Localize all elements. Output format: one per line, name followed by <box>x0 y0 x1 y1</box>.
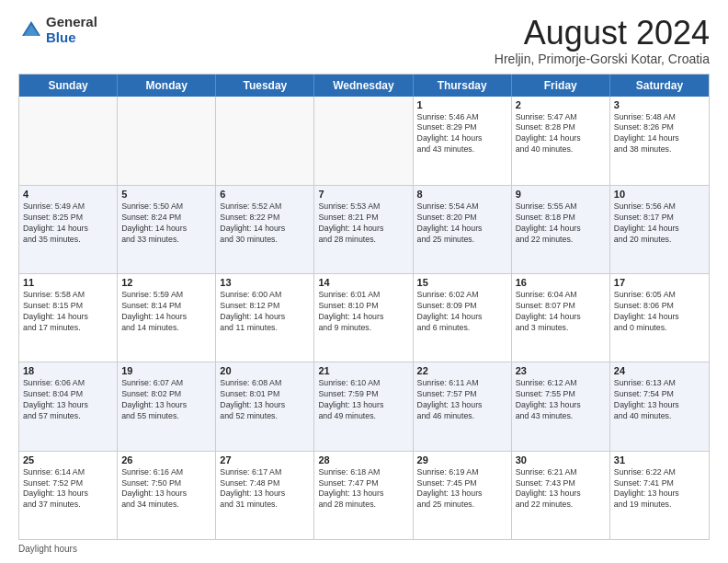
calendar-cell: 13Sunrise: 6:00 AM Sunset: 8:12 PM Dayli… <box>216 274 314 362</box>
calendar-cell: 18Sunrise: 6:06 AM Sunset: 8:04 PM Dayli… <box>19 362 118 450</box>
cell-info: Sunrise: 5:52 AM Sunset: 8:22 PM Dayligh… <box>220 201 310 246</box>
day-number: 2 <box>516 99 606 110</box>
cell-info: Sunrise: 5:47 AM Sunset: 8:28 PM Dayligh… <box>516 112 606 156</box>
day-number: 10 <box>614 189 705 200</box>
calendar-cell <box>314 97 413 185</box>
calendar-cell: 9Sunrise: 5:55 AM Sunset: 8:18 PM Daylig… <box>512 186 610 273</box>
cell-info: Sunrise: 6:01 AM Sunset: 8:10 PM Dayligh… <box>318 290 408 334</box>
calendar-cell: 30Sunrise: 6:21 AM Sunset: 7:43 PM Dayli… <box>512 452 610 539</box>
day-number: 4 <box>23 189 113 200</box>
calendar-row: 18Sunrise: 6:06 AM Sunset: 8:04 PM Dayli… <box>19 362 709 450</box>
main-title: August 2024 <box>495 15 710 52</box>
subtitle: Hreljin, Primorje-Gorski Kotar, Croatia <box>495 52 710 66</box>
day-number: 27 <box>220 454 310 465</box>
day-number: 30 <box>516 454 606 465</box>
cell-info: Sunrise: 6:11 AM Sunset: 7:57 PM Dayligh… <box>417 378 507 422</box>
day-number: 18 <box>23 365 113 376</box>
page: General Blue August 2024 Hreljin, Primor… <box>0 0 728 563</box>
cell-info: Sunrise: 5:53 AM Sunset: 8:21 PM Dayligh… <box>318 201 408 246</box>
day-number: 24 <box>614 365 705 376</box>
cell-info: Sunrise: 6:13 AM Sunset: 7:54 PM Dayligh… <box>614 378 705 422</box>
day-number: 3 <box>614 99 705 110</box>
cell-info: Sunrise: 5:49 AM Sunset: 8:25 PM Dayligh… <box>23 201 113 246</box>
calendar-cell: 11Sunrise: 5:58 AM Sunset: 8:15 PM Dayli… <box>19 274 118 362</box>
calendar-cell: 10Sunrise: 5:56 AM Sunset: 8:17 PM Dayli… <box>610 186 709 273</box>
title-block: August 2024 Hreljin, Primorje-Gorski Kot… <box>495 15 710 66</box>
calendar-cell: 21Sunrise: 6:10 AM Sunset: 7:59 PM Dayli… <box>314 362 413 450</box>
day-number: 5 <box>121 189 211 200</box>
cell-info: Sunrise: 6:22 AM Sunset: 7:41 PM Dayligh… <box>614 467 705 511</box>
day-number: 16 <box>516 277 606 288</box>
calendar-cell: 5Sunrise: 5:50 AM Sunset: 8:24 PM Daylig… <box>118 186 216 273</box>
calendar-cell: 24Sunrise: 6:13 AM Sunset: 7:54 PM Dayli… <box>610 362 709 450</box>
day-number: 9 <box>516 189 606 200</box>
day-number: 14 <box>318 277 408 288</box>
day-number: 28 <box>318 454 408 465</box>
calendar-cell: 28Sunrise: 6:18 AM Sunset: 7:47 PM Dayli… <box>314 452 413 539</box>
calendar: SundayMondayTuesdayWednesdayThursdayFrid… <box>18 74 710 540</box>
calendar-row: 11Sunrise: 5:58 AM Sunset: 8:15 PM Dayli… <box>19 273 709 362</box>
weekday-header: Tuesday <box>216 75 314 97</box>
day-number: 15 <box>417 277 507 288</box>
day-number: 21 <box>318 365 408 376</box>
cell-info: Sunrise: 5:59 AM Sunset: 8:14 PM Dayligh… <box>121 290 211 334</box>
calendar-cell: 16Sunrise: 6:04 AM Sunset: 8:07 PM Dayli… <box>512 274 610 362</box>
day-number: 20 <box>220 365 310 376</box>
calendar-cell <box>216 97 314 185</box>
cell-info: Sunrise: 6:19 AM Sunset: 7:45 PM Dayligh… <box>417 467 507 511</box>
weekday-header: Wednesday <box>314 75 413 97</box>
calendar-cell <box>118 97 216 185</box>
weekday-header: Saturday <box>610 75 709 97</box>
calendar-cell: 27Sunrise: 6:17 AM Sunset: 7:48 PM Dayli… <box>216 452 314 539</box>
cell-info: Sunrise: 5:50 AM Sunset: 8:24 PM Dayligh… <box>121 201 211 246</box>
day-number: 11 <box>23 277 113 288</box>
calendar-header: SundayMondayTuesdayWednesdayThursdayFrid… <box>19 75 709 97</box>
calendar-cell: 31Sunrise: 6:22 AM Sunset: 7:41 PM Dayli… <box>610 452 709 539</box>
cell-info: Sunrise: 6:14 AM Sunset: 7:52 PM Dayligh… <box>23 467 113 511</box>
footer-note: Daylight hours <box>18 544 710 554</box>
calendar-cell: 7Sunrise: 5:53 AM Sunset: 8:21 PM Daylig… <box>314 186 413 273</box>
cell-info: Sunrise: 6:04 AM Sunset: 8:07 PM Dayligh… <box>516 290 606 334</box>
day-number: 12 <box>121 277 211 288</box>
calendar-cell: 25Sunrise: 6:14 AM Sunset: 7:52 PM Dayli… <box>19 452 118 539</box>
weekday-header: Thursday <box>414 75 512 97</box>
calendar-cell: 26Sunrise: 6:16 AM Sunset: 7:50 PM Dayli… <box>118 452 216 539</box>
weekday-header: Monday <box>118 75 216 97</box>
calendar-cell: 29Sunrise: 6:19 AM Sunset: 7:45 PM Dayli… <box>414 452 512 539</box>
day-number: 6 <box>220 189 310 200</box>
calendar-cell: 15Sunrise: 6:02 AM Sunset: 8:09 PM Dayli… <box>414 274 512 362</box>
calendar-row: 25Sunrise: 6:14 AM Sunset: 7:52 PM Dayli… <box>19 451 709 539</box>
cell-info: Sunrise: 5:58 AM Sunset: 8:15 PM Dayligh… <box>23 290 113 334</box>
calendar-cell: 6Sunrise: 5:52 AM Sunset: 8:22 PM Daylig… <box>216 186 314 273</box>
header: General Blue August 2024 Hreljin, Primor… <box>18 15 710 66</box>
logo-icon <box>18 17 44 43</box>
calendar-cell: 3Sunrise: 5:48 AM Sunset: 8:26 PM Daylig… <box>610 97 709 185</box>
day-number: 22 <box>417 365 507 376</box>
calendar-cell: 23Sunrise: 6:12 AM Sunset: 7:55 PM Dayli… <box>512 362 610 450</box>
cell-info: Sunrise: 6:02 AM Sunset: 8:09 PM Dayligh… <box>417 290 507 334</box>
cell-info: Sunrise: 6:00 AM Sunset: 8:12 PM Dayligh… <box>220 290 310 334</box>
weekday-header: Sunday <box>19 75 118 97</box>
logo-general: General <box>46 15 97 30</box>
cell-info: Sunrise: 6:06 AM Sunset: 8:04 PM Dayligh… <box>23 378 113 422</box>
calendar-cell: 14Sunrise: 6:01 AM Sunset: 8:10 PM Dayli… <box>314 274 413 362</box>
calendar-row: 4Sunrise: 5:49 AM Sunset: 8:25 PM Daylig… <box>19 185 709 273</box>
cell-info: Sunrise: 5:46 AM Sunset: 8:29 PM Dayligh… <box>417 112 507 156</box>
day-number: 13 <box>220 277 310 288</box>
day-number: 31 <box>614 454 705 465</box>
cell-info: Sunrise: 5:55 AM Sunset: 8:18 PM Dayligh… <box>516 201 606 246</box>
cell-info: Sunrise: 6:17 AM Sunset: 7:48 PM Dayligh… <box>220 467 310 511</box>
cell-info: Sunrise: 5:56 AM Sunset: 8:17 PM Dayligh… <box>614 201 705 246</box>
cell-info: Sunrise: 6:08 AM Sunset: 8:01 PM Dayligh… <box>220 378 310 422</box>
day-number: 26 <box>121 454 211 465</box>
cell-info: Sunrise: 5:48 AM Sunset: 8:26 PM Dayligh… <box>614 112 705 156</box>
cell-info: Sunrise: 6:10 AM Sunset: 7:59 PM Dayligh… <box>318 378 408 422</box>
calendar-cell <box>19 97 118 185</box>
day-number: 19 <box>121 365 211 376</box>
cell-info: Sunrise: 6:05 AM Sunset: 8:06 PM Dayligh… <box>614 290 705 334</box>
calendar-cell: 22Sunrise: 6:11 AM Sunset: 7:57 PM Dayli… <box>414 362 512 450</box>
calendar-cell: 2Sunrise: 5:47 AM Sunset: 8:28 PM Daylig… <box>512 97 610 185</box>
calendar-cell: 12Sunrise: 5:59 AM Sunset: 8:14 PM Dayli… <box>118 274 216 362</box>
calendar-cell: 19Sunrise: 6:07 AM Sunset: 8:02 PM Dayli… <box>118 362 216 450</box>
calendar-cell: 4Sunrise: 5:49 AM Sunset: 8:25 PM Daylig… <box>19 186 118 273</box>
